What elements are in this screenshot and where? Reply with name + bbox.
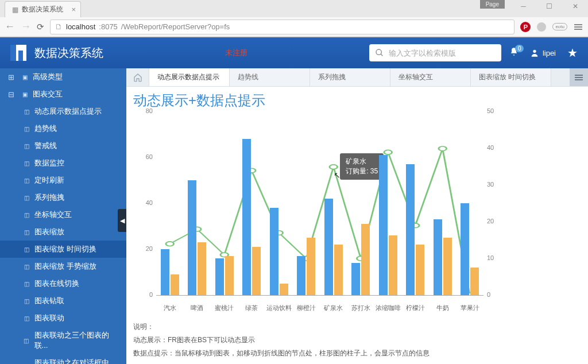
- bar-group[interactable]: [215, 256, 234, 295]
- bar-reorder[interactable]: [361, 224, 370, 295]
- content-tab[interactable]: 系列拖拽: [310, 68, 390, 86]
- bar-group[interactable]: [188, 180, 206, 295]
- notifications-button[interactable]: 0: [509, 47, 519, 59]
- bar-stock[interactable]: [324, 199, 333, 295]
- bar-group[interactable]: [324, 199, 343, 295]
- bar-reorder[interactable]: [443, 238, 452, 295]
- app-header: 数据决策系统 未注册 0 lipei ★: [0, 37, 588, 68]
- extension-icon[interactable]: [536, 22, 547, 32]
- extension-icons: P eotu: [520, 22, 583, 32]
- bar-stock[interactable]: [351, 263, 360, 295]
- content-tab[interactable]: 动态展示数据点提示: [149, 68, 230, 86]
- bar-group[interactable]: [379, 155, 397, 295]
- forward-button[interactable]: →: [21, 21, 31, 33]
- bar-group[interactable]: [270, 208, 288, 295]
- expand-icon: [8, 73, 17, 82]
- search-box[interactable]: [369, 44, 501, 61]
- minimize-button[interactable]: ─: [510, 0, 536, 13]
- window-controls: ─ ☐ ✕: [510, 0, 588, 13]
- bar-reorder[interactable]: [252, 247, 261, 295]
- x-label: 矿泉水: [320, 304, 347, 312]
- note-line: 数据点提示：当鼠标移动到图表，如移动到折线图的节点处，柱形图的柱子上，会显示节点…: [133, 347, 581, 360]
- bar-stock[interactable]: [188, 180, 196, 295]
- bar-stock[interactable]: [270, 208, 278, 295]
- close-window-button[interactable]: ✕: [562, 0, 588, 13]
- bar-group[interactable]: [242, 139, 261, 295]
- address-bar[interactable]: 🗋 localhost:8075/WebReport/ReportServer?…: [50, 20, 514, 34]
- content-tab[interactable]: 图表缩放 时间切换: [471, 68, 551, 86]
- sidebar-item[interactable]: 系列拖拽: [0, 189, 126, 206]
- sidebar-item[interactable]: 图表联动之在对话框中显...: [0, 354, 126, 364]
- reload-button[interactable]: ⟳: [37, 22, 44, 32]
- bar-reorder[interactable]: [198, 242, 206, 295]
- y-tick: 40: [146, 199, 153, 206]
- sidebar-item[interactable]: 图表缩放: [0, 223, 126, 241]
- cursor-icon: ↖: [334, 171, 341, 180]
- sidebar-item[interactable]: 定时刷新: [0, 172, 126, 189]
- browser-menu-icon[interactable]: [573, 22, 583, 32]
- chart-icon: [23, 142, 30, 149]
- bar-reorder[interactable]: [470, 268, 479, 295]
- maximize-button[interactable]: ☐: [536, 0, 562, 13]
- url-host: localhost: [66, 22, 95, 31]
- bar-reorder[interactable]: [171, 274, 179, 295]
- bar-reorder[interactable]: [389, 235, 397, 295]
- bar-reorder[interactable]: [416, 245, 424, 295]
- bar-stock[interactable]: [215, 258, 224, 295]
- bar-stock[interactable]: [406, 164, 415, 295]
- sidebar-item[interactable]: 数据监控: [0, 154, 126, 172]
- content-tab[interactable]: 坐标轴交互: [390, 68, 471, 86]
- content-tab[interactable]: 趋势线: [230, 68, 310, 86]
- favorite-icon[interactable]: ★: [567, 46, 578, 60]
- bar-group[interactable]: [461, 203, 479, 295]
- bar-group[interactable]: [161, 249, 179, 295]
- user-menu[interactable]: lipei: [530, 48, 556, 57]
- register-link[interactable]: 未注册: [225, 48, 247, 58]
- sidebar-item-label: 图表联动之在对话框中显...: [34, 358, 119, 364]
- sidebar-item[interactable]: 图表在线切换: [0, 275, 126, 292]
- sidebar-item[interactable]: 坐标轴交互: [0, 206, 126, 223]
- browser-chrome: Page ─ ☐ ✕ ▦ 数据决策系统 × ← → ⟳ 🗋 localhost:…: [0, 0, 588, 37]
- tab-overflow-menu[interactable]: [570, 68, 588, 86]
- sidebar-item-label: 图表联动: [34, 313, 64, 323]
- chart-plot: 矿泉水 订购量: 35 ↖: [156, 112, 483, 296]
- y-axis-left: 020406080: [133, 112, 156, 301]
- bar-reorder[interactable]: [225, 256, 234, 295]
- sidebar-item[interactable]: 动态展示数据点提示: [0, 103, 126, 120]
- bar-stock[interactable]: [161, 249, 169, 295]
- bar-group[interactable]: [406, 164, 424, 295]
- sidebar-item[interactable]: 警戒线: [0, 137, 126, 154]
- search-input[interactable]: [389, 49, 496, 57]
- chart-icon: [23, 160, 30, 166]
- bar-stock[interactable]: [242, 139, 251, 295]
- bar-reorder[interactable]: [307, 238, 315, 295]
- close-tab-icon[interactable]: ×: [71, 5, 76, 14]
- bar-reorder[interactable]: [280, 284, 288, 295]
- sidebar-item-label: 图表联动之三个图表的联...: [34, 330, 119, 351]
- sidebar-item[interactable]: 图表缩放 时间切换: [0, 241, 126, 258]
- sidebar-item[interactable]: 图表联动之三个图表的联...: [0, 327, 126, 354]
- sidebar-item[interactable]: 图表联动: [0, 309, 126, 327]
- bar-stock[interactable]: [461, 203, 469, 295]
- sidebar-item[interactable]: 图表钻取: [0, 292, 126, 309]
- sidebar-collapse-handle[interactable]: ◀: [118, 209, 126, 232]
- sidebar-group-advanced[interactable]: 高级类型: [0, 68, 126, 86]
- bar-group[interactable]: [297, 238, 315, 295]
- bar-reorder[interactable]: [334, 245, 343, 295]
- bar-group[interactable]: [351, 224, 370, 295]
- eotu-icon[interactable]: eotu: [552, 23, 567, 30]
- sidebar-item-label: 数据监控: [34, 158, 64, 168]
- sidebar-item[interactable]: 图表缩放 手势缩放: [0, 258, 126, 275]
- bar-stock[interactable]: [297, 256, 305, 295]
- sidebar-group-chart-interact[interactable]: 图表交互: [0, 86, 126, 103]
- sidebar-item[interactable]: 趋势线: [0, 120, 126, 137]
- username: lipei: [543, 49, 556, 57]
- pinterest-icon[interactable]: P: [520, 22, 531, 32]
- bar-stock[interactable]: [434, 219, 442, 295]
- chart[interactable]: 020406080 矿泉水 订购量: 35 ↖ 01020304050: [133, 112, 506, 301]
- back-button[interactable]: ←: [5, 21, 15, 33]
- bar-stock[interactable]: [379, 155, 388, 295]
- browser-tab[interactable]: ▦ 数据决策系统 ×: [5, 1, 81, 17]
- home-tab[interactable]: [126, 68, 149, 86]
- bar-group[interactable]: [434, 219, 452, 295]
